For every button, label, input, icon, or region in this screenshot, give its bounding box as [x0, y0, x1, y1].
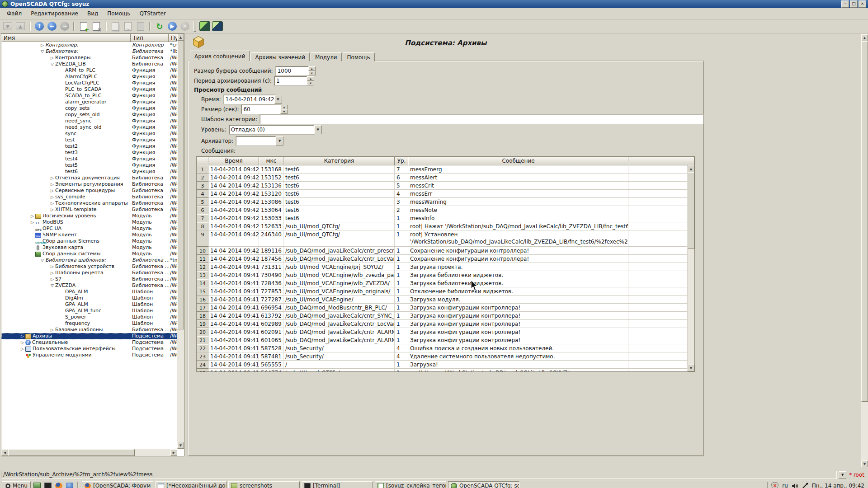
tree-item[interactable]: Звуковая картаМодуль/Wo [1, 244, 177, 251]
table-column-header[interactable]: Ур. [395, 157, 408, 165]
expand-arrow-icon[interactable]: ▷ [49, 181, 55, 188]
tree-item[interactable]: testФункция/Wo [1, 137, 177, 143]
tree-item[interactable]: ▷Пользовательские интерфейсыПодсистема/W… [1, 346, 177, 352]
table-row[interactable]: 1514-04-2014 09:41:38727853/sub_UI/mod_V… [197, 287, 688, 296]
tree-item[interactable]: need_sync_oldФункция/Wo [1, 124, 177, 131]
user-dropdown-button[interactable]: ▼ [839, 471, 846, 479]
tree-vertical-scrollbar[interactable] [177, 41, 184, 442]
task-button[interactable]: [soyuz_склейка_тегов.od... [375, 481, 446, 488]
expand-arrow-icon[interactable]: ▷ [19, 339, 25, 346]
tab-архив-сообщений[interactable]: Архив сообщений [190, 51, 250, 61]
terminal-launcher[interactable] [43, 481, 53, 488]
tree-item[interactable]: alarm_generatorФункция/Wo [1, 99, 177, 105]
tree-item[interactable]: DigAlmШаблон/Wo [1, 295, 177, 301]
table-scroll-up-button[interactable]: ▲ [688, 165, 694, 172]
refresh-button[interactable]: ↻ [154, 20, 165, 32]
item-add-button[interactable]: + [78, 20, 90, 32]
minimize-button[interactable]: − [841, 0, 849, 8]
category-template-input[interactable] [260, 115, 703, 124]
tree-item[interactable]: ▷Шаблоны рецептаБиблиотека .../Wo [1, 270, 177, 276]
taskbar-clock[interactable]: Пн., 14 апр., 09:42 [812, 483, 864, 488]
tree-item[interactable]: ARM_to_PLCФункция/Wo [1, 67, 177, 74]
tree-vertical-scroll-thumb[interactable] [177, 41, 184, 329]
tree-item[interactable]: ▷Базовые шаблоныБиблиотека .../Wo [1, 327, 177, 333]
table-row[interactable]: 2514-04-2014 09:41:38564774/sub_UI/mod_Q… [197, 369, 688, 371]
close-button[interactable]: × [859, 0, 866, 8]
buffer-size-up-button[interactable]: ▲ [308, 66, 316, 71]
buffer-size-down-button[interactable]: ▼ [308, 71, 316, 75]
table-row[interactable]: 1314-04-2014 09:41:38730490/sub_UI/mod_V… [197, 271, 688, 279]
pointer-settings-icon[interactable] [802, 483, 808, 488]
level-combobox[interactable]: Отладка (0) ▼ [229, 125, 322, 134]
expand-arrow-icon[interactable]: ▷ [49, 194, 55, 200]
time-dropdown-arrow-icon[interactable]: ▼ [274, 95, 282, 104]
table-row[interactable]: 414-04-2014 09:42:11153120test64messErr [197, 190, 688, 198]
tree-item[interactable]: ▷Элементы регулированияБиблиотека/Wo [1, 181, 177, 188]
tree-item[interactable]: GPA_ALMШаблон/Wo [1, 301, 177, 308]
table-row[interactable]: 814-04-2014 09:42:11152633/sub_UI/mod_QT… [197, 222, 688, 230]
table-vertical-scrollbar[interactable] [688, 172, 694, 365]
table-row[interactable]: 1814-04-2014 09:41:38613792/sub_DAQ/mod_… [197, 312, 688, 320]
tree-horizontal-scroll-thumb[interactable] [8, 449, 135, 456]
tree-scroll-down-button[interactable]: ▼ [177, 442, 184, 449]
table-row[interactable]: 714-04-2014 09:42:11153033test61messInfo [197, 214, 688, 222]
tree-item[interactable]: DPA_ALMШаблон/Wo [1, 289, 177, 295]
archiver-dropdown-arrow-icon[interactable]: ▼ [276, 136, 283, 145]
maximize-button[interactable]: □ [850, 0, 858, 8]
expand-arrow-icon[interactable]: ▷ [49, 263, 55, 270]
tree-item[interactable]: ▽ZVEZDAБиблиотека .../Wo [1, 282, 177, 289]
size-down-button[interactable]: ▼ [280, 109, 288, 114]
tree-item[interactable]: ▷СпециальныеПодсистема/Wo [1, 339, 177, 346]
size-up-button[interactable]: ▲ [280, 105, 288, 109]
qtcfg-starter-button[interactable] [199, 20, 211, 32]
archiver-combobox[interactable]: ▼ [236, 136, 283, 145]
table-row[interactable]: 1214-04-2014 09:41:38731311/sub_UI/mod_V… [197, 263, 688, 271]
expand-arrow-icon[interactable]: ▷ [29, 213, 35, 219]
firefox-launcher[interactable] [54, 481, 64, 488]
tree-item[interactable]: ▷Сервисные процедурыБиблиотека/Wo [1, 188, 177, 194]
task-button[interactable]: [*Несохранённый докум... [155, 481, 226, 488]
tree-item[interactable]: ▷Контроллер:Контроллер*cnt [1, 42, 177, 48]
tree-item[interactable]: ▷Отчётная документацияБиблиотека/Wo [1, 175, 177, 181]
table-row[interactable]: 1614-04-2014 09:41:38727287/sub_UI/mod_V… [197, 296, 688, 304]
page-vertical-scrollbar[interactable] [861, 41, 868, 460]
media-player-launcher[interactable] [65, 481, 75, 488]
tree-scroll-left-button[interactable]: ◀ [1, 449, 8, 456]
expand-arrow-icon[interactable]: ▷ [49, 270, 55, 276]
level-value[interactable]: Отладка (0) [229, 125, 314, 134]
tree-item[interactable]: ▷Логический уровеньМодуль/Wo [1, 213, 177, 219]
archive-period-up-button[interactable]: ▲ [307, 76, 314, 81]
tree-item[interactable]: need_syncФункция/Wo [1, 118, 177, 124]
time-value[interactable]: 14-04-2014 09:42:14 [224, 95, 274, 104]
collapse-arrow-icon[interactable]: ▽ [39, 48, 45, 55]
volume-icon[interactable] [792, 483, 798, 488]
level-dropdown-arrow-icon[interactable]: ▼ [314, 125, 322, 134]
table-row[interactable]: 2314-04-2014 09:41:38587481/sub_Security… [197, 352, 688, 361]
expand-arrow-icon[interactable]: ▷ [29, 219, 35, 225]
tree-scroll-right-button[interactable]: ▶ [170, 449, 177, 456]
table-row[interactable]: 1914-04-2014 09:41:38602989/sub_DAQ/mod_… [197, 320, 688, 328]
tree-item[interactable]: Сбор данных SiemensМодуль/Wo [1, 238, 177, 244]
archiver-value[interactable] [236, 136, 276, 145]
task-button[interactable]: [OpenSCADA: Форум - Мо... [82, 481, 153, 488]
expand-arrow-icon[interactable]: ▷ [49, 206, 55, 213]
table-row[interactable]: 914-04-2014 09:42:09246340/sub_UI/mod_QT… [197, 230, 688, 247]
collapse-arrow-icon[interactable]: ▽ [49, 282, 55, 289]
tree-column-type[interactable]: Тип [131, 34, 169, 42]
current-user-label[interactable]: * root [848, 472, 867, 478]
expand-arrow-icon[interactable]: ▷ [49, 327, 55, 333]
tab-помощь[interactable]: Помощь [343, 52, 375, 61]
start-button[interactable]: ▶ [166, 20, 178, 32]
buffer-size-input[interactable]: 1000 [276, 66, 308, 75]
tree-item[interactable]: frequencyШаблон/Wo [1, 320, 177, 327]
collapse-arrow-icon[interactable]: ▽ [39, 257, 45, 263]
expand-arrow-icon[interactable]: ▷ [49, 188, 55, 194]
tree-item[interactable]: Управление модулямиПодсистема/Wo [1, 352, 177, 358]
table-row[interactable]: 1114-04-2014 09:42:09187456/sub_DAQ/mod_… [197, 255, 688, 263]
item-remove-button[interactable]: × [90, 20, 102, 32]
table-row[interactable]: 2014-04-2014 09:41:38602091/sub_DAQ/mod_… [197, 328, 688, 336]
up-button[interactable]: ↑ [33, 20, 45, 32]
tree-item[interactable]: test3Функция/Wo [1, 150, 177, 156]
tree-item[interactable]: ▷Библиотека устройствБиблиотека .../Wo [1, 263, 177, 270]
tree-item[interactable]: SNMP клиентМодуль/Wo [1, 232, 177, 238]
